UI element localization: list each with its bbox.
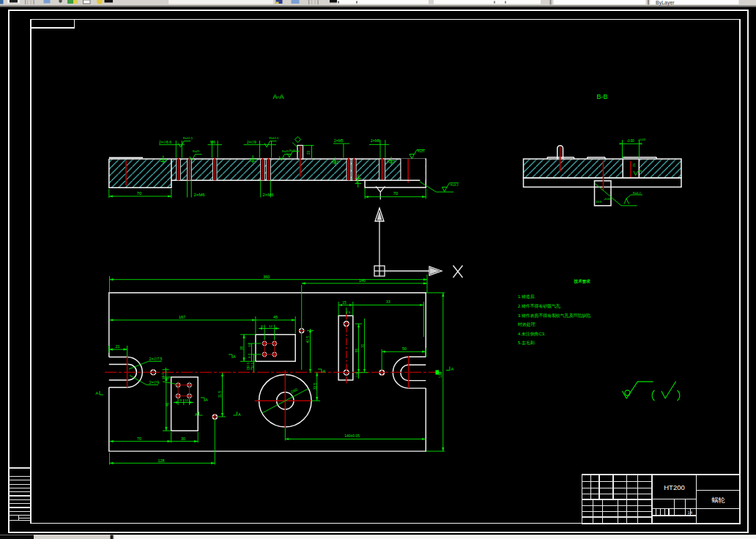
svg-text:50: 50 [402, 346, 407, 351]
svg-text:12.5: 12.5 [247, 367, 253, 371]
svg-text:B-B: B-B [596, 93, 607, 100]
svg-text:2×∅9: 2×∅9 [149, 380, 160, 384]
svg-text:128: 128 [158, 458, 164, 463]
svg-text:Ra3.2: Ra3.2 [633, 191, 641, 195]
svg-text:Ra3.2: Ra3.2 [451, 183, 459, 187]
svg-text:A: A [233, 354, 236, 359]
svg-text:33: 33 [386, 300, 390, 304]
svg-text:A: A [195, 412, 198, 417]
svg-text:2.铸件不得有砂眼气孔.: 2.铸件不得有砂眼气孔. [518, 303, 562, 309]
svg-text:A: A [238, 412, 241, 417]
svg-text:A: A [205, 398, 208, 402]
svg-text:4.未注倒角C3.: 4.未注倒角C3. [518, 332, 546, 337]
svg-text:蜗轮: 蜗轮 [712, 497, 725, 504]
svg-text:2×∅9: 2×∅9 [247, 140, 256, 144]
svg-text:2×M6: 2×M6 [262, 193, 274, 197]
svg-text:70: 70 [361, 343, 365, 348]
svg-text:2×M6: 2×M6 [371, 138, 380, 143]
svg-text:23: 23 [307, 150, 311, 155]
svg-text:70: 70 [137, 191, 142, 196]
svg-text:技术要求: 技术要求 [574, 279, 591, 284]
svg-text:+0.043: +0.043 [604, 198, 612, 201]
svg-text:Ra12.5: Ra12.5 [270, 136, 280, 140]
svg-text:32.5: 32.5 [314, 383, 317, 390]
svg-text:55: 55 [355, 348, 359, 352]
svg-text:12: 12 [269, 324, 273, 328]
svg-text:2×M6: 2×M6 [193, 193, 205, 197]
svg-text:25: 25 [632, 163, 636, 167]
svg-text:2×∅6.6: 2×∅6.6 [159, 140, 171, 144]
svg-text:5.5: 5.5 [161, 373, 165, 377]
svg-text:12: 12 [248, 343, 251, 347]
svg-text:13.5: 13.5 [596, 200, 602, 204]
svg-text:A: A [96, 391, 99, 395]
svg-text:70: 70 [137, 436, 141, 441]
svg-text:3.铸件表面不得有裂纹气孔及凹陷缺陷: 3.铸件表面不得有裂纹气孔及凹陷缺陷 [518, 313, 590, 319]
svg-text:A-A: A-A [273, 93, 284, 100]
svg-text:HT200: HT200 [664, 483, 685, 491]
svg-text:12.5: 12.5 [436, 371, 442, 375]
svg-text:A: A [451, 367, 454, 371]
svg-text:360: 360 [263, 275, 270, 279]
svg-text:15: 15 [342, 300, 346, 305]
svg-text:1:4: 1:4 [688, 511, 693, 515]
svg-text:Ra12.5: Ra12.5 [183, 136, 193, 140]
svg-text:31.5: 31.5 [218, 391, 222, 398]
svg-text:2×M5: 2×M5 [334, 138, 344, 143]
svg-text:40: 40 [165, 402, 169, 406]
svg-text:70: 70 [393, 191, 399, 196]
svg-text:1.铸造后.: 1.铸造后. [518, 294, 536, 300]
svg-text:Ra25: Ra25 [289, 149, 295, 152]
svg-text:7.5: 7.5 [346, 311, 351, 314]
svg-text:5.去毛刺.: 5.去毛刺. [518, 341, 536, 345]
svg-text:7.5: 7.5 [355, 373, 359, 377]
svg-text:167: 167 [179, 315, 185, 319]
svg-text:A: A [323, 369, 326, 373]
svg-text:ByLayer: ByLayer [656, 0, 675, 6]
svg-text:140±0.05: 140±0.05 [344, 434, 360, 438]
svg-text:21: 21 [115, 344, 119, 349]
svg-text:+0.025: +0.025 [638, 138, 646, 141]
svg-text:Ra25: Ra25 [418, 149, 425, 153]
svg-text:12: 12 [185, 398, 188, 402]
svg-text:47.5: 47.5 [306, 336, 310, 343]
svg-text:140: 140 [359, 278, 366, 283]
svg-text:时效处理.: 时效处理. [518, 321, 537, 327]
svg-text:38: 38 [240, 346, 244, 350]
svg-text:30: 30 [181, 436, 185, 441]
svg-text:Ra25: Ra25 [282, 149, 289, 153]
svg-text:2×∅7.5: 2×∅7.5 [149, 357, 163, 361]
svg-text:Ra25: Ra25 [193, 149, 200, 153]
svg-text:∅30: ∅30 [627, 139, 634, 143]
svg-text:M6: M6 [210, 140, 215, 144]
svg-text:45: 45 [273, 315, 278, 319]
